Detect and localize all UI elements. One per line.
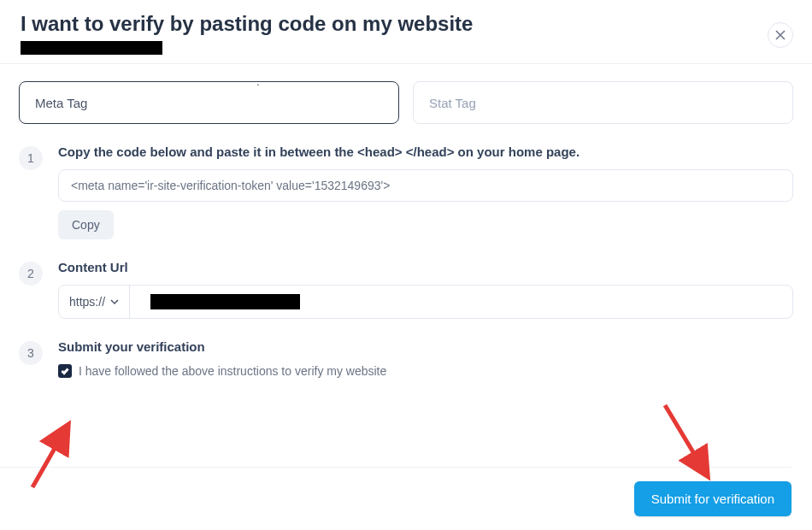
redacted-url [150, 294, 300, 309]
page-title: I want to verify by pasting code on my w… [21, 12, 791, 36]
chevron-down-icon [110, 297, 119, 306]
step-badge-2: 2 [19, 262, 43, 286]
copy-button[interactable]: Copy [58, 210, 114, 239]
submit-verification-button[interactable]: Submit for verification [634, 481, 791, 516]
confirmation-checkbox[interactable] [58, 364, 72, 378]
step3-title: Submit your verification [58, 339, 793, 354]
close-icon [775, 30, 786, 40]
content-url-input[interactable] [130, 286, 792, 318]
tab-label: Stat Tag [429, 96, 476, 110]
step-badge-1: 1 [19, 146, 43, 170]
protocol-label: https:// [69, 295, 105, 309]
check-icon [61, 367, 69, 375]
tab-label: Meta Tag [35, 96, 87, 110]
step-badge-3: 3 [19, 341, 43, 365]
tab-stat-tag[interactable]: Stat Tag [413, 81, 793, 124]
confirmation-label: I have followed the above instructions t… [79, 364, 386, 378]
tab-meta-tag[interactable]: Meta Tag [19, 81, 399, 124]
step2-title: Content Url [58, 260, 793, 274]
redacted-subtitle [21, 41, 162, 55]
protocol-select[interactable]: https:// [59, 286, 130, 318]
ellipsis-icon: . [256, 74, 260, 88]
step1-title: Copy the code below and paste it in betw… [58, 144, 793, 159]
close-button[interactable] [768, 22, 793, 48]
verification-code-box[interactable]: <meta name='ir-site-verification-token' … [58, 169, 793, 202]
content-url-row: https:// [58, 285, 793, 319]
